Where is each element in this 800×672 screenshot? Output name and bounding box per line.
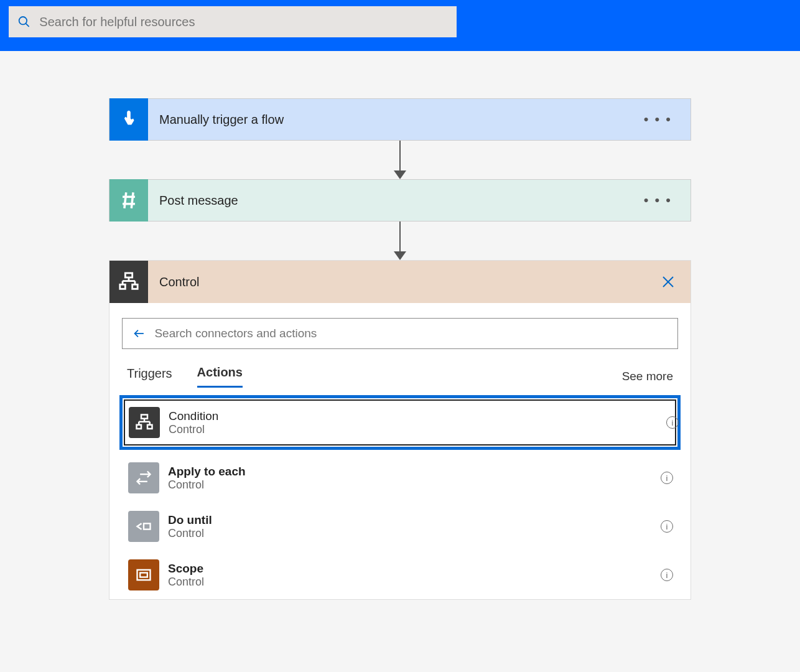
svg-rect-12 [133, 284, 138, 289]
control-icon [109, 261, 148, 303]
action-name: Condition [169, 409, 218, 423]
action-scope[interactable]: Scope Control i [122, 551, 678, 599]
info-icon[interactable]: i [661, 569, 673, 581]
svg-rect-16 [141, 415, 147, 419]
manual-trigger-icon [109, 98, 148, 141]
panel-header: Control [109, 261, 691, 303]
trigger-step[interactable]: Manually trigger a flow • • • [109, 98, 691, 141]
action-name: Do until [168, 513, 212, 527]
action-apply-to-each[interactable]: Apply to each Control i [122, 454, 678, 502]
info-icon[interactable]: i [666, 416, 679, 429]
svg-rect-22 [147, 425, 152, 429]
action-sub: Control [169, 423, 218, 436]
do-until-icon [128, 511, 159, 542]
action-name: Scope [168, 562, 204, 576]
svg-point-0 [19, 17, 27, 24]
step-menu-button[interactable]: • • • [644, 111, 672, 128]
hash-icon [109, 179, 148, 222]
action-sub: Control [168, 527, 212, 540]
flow-canvas: Manually trigger a flow • • • Post messa… [0, 51, 800, 600]
panel-body: Triggers Actions See more Condition Cont… [109, 303, 691, 599]
search-icon [17, 15, 30, 29]
svg-rect-26 [137, 570, 151, 580]
svg-line-5 [131, 192, 133, 208]
action-search-input[interactable] [146, 327, 667, 340]
svg-line-1 [26, 24, 29, 27]
svg-rect-25 [144, 523, 151, 529]
action-step[interactable]: Post message • • • [109, 179, 691, 222]
svg-rect-6 [125, 273, 132, 278]
condition-icon [129, 407, 160, 438]
back-arrow-icon[interactable] [133, 327, 146, 340]
step-menu-button[interactable]: • • • [644, 192, 672, 208]
top-bar [0, 0, 800, 51]
step-title: Post message [159, 194, 644, 208]
action-picker-panel: Control Triggers Actions See more [109, 260, 691, 600]
action-search[interactable] [122, 318, 678, 349]
tab-triggers[interactable]: Triggers [127, 366, 172, 387]
svg-rect-27 [140, 573, 147, 577]
panel-title: Control [159, 275, 691, 289]
search-input[interactable] [30, 15, 448, 29]
connector-arrow [394, 222, 406, 260]
info-icon[interactable]: i [661, 520, 673, 533]
close-icon[interactable] [661, 274, 676, 289]
scope-icon [128, 559, 159, 590]
tabs-row: Triggers Actions See more [127, 365, 673, 388]
connector-arrow [394, 141, 406, 179]
action-list: Condition Control i Apply to each Contro… [122, 395, 678, 599]
step-title: Manually trigger a flow [159, 113, 644, 127]
see-more-link[interactable]: See more [622, 370, 673, 383]
loop-icon [128, 462, 159, 493]
action-do-until[interactable]: Do until Control i [122, 502, 678, 551]
svg-line-4 [124, 192, 126, 208]
action-condition[interactable]: Condition Control i [119, 395, 681, 450]
tab-actions[interactable]: Actions [197, 365, 243, 388]
svg-rect-21 [137, 425, 142, 429]
svg-rect-11 [120, 284, 126, 289]
global-search[interactable] [9, 6, 457, 37]
action-name: Apply to each [168, 465, 246, 478]
action-sub: Control [168, 576, 204, 589]
action-sub: Control [168, 478, 246, 492]
info-icon[interactable]: i [661, 472, 673, 484]
